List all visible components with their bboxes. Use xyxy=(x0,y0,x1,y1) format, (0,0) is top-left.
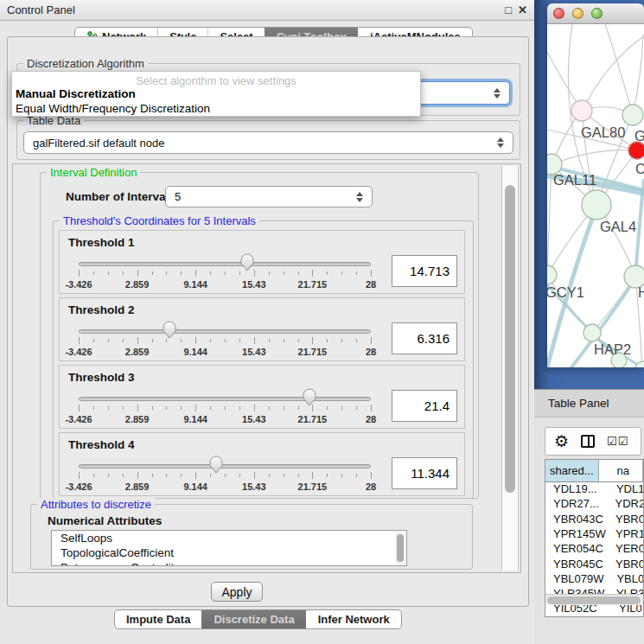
column-header-na[interactable]: na xyxy=(599,460,643,481)
network-node[interactable] xyxy=(635,361,644,367)
tick-label: 9.144 xyxy=(183,414,207,424)
threshold-panel-1: Threshold 1-3.4262.8599.14415.4321.71528… xyxy=(59,230,465,294)
network-canvas[interactable]: GAL80GACGAL11GAL4GCY1HHAP2 xyxy=(547,24,644,367)
node-label: GAL80 xyxy=(581,124,625,140)
tab-infer-network[interactable]: Infer Network xyxy=(306,610,401,628)
threshold-panel-3: Threshold 3-3.4262.8599.14415.4321.71528… xyxy=(59,365,465,429)
numerical-attributes-list[interactable]: SelfLoopsTopologicalCoefficientBetweenne… xyxy=(51,530,407,566)
node-label: GAL4 xyxy=(600,219,636,234)
threshold-panel-4: Threshold 4-3.4262.8599.14415.4321.71528… xyxy=(59,432,465,496)
control-panel: Control Panel □ ✕ NetworkStyleSelectCyni… xyxy=(0,0,534,644)
table-row[interactable]: YPR145WYPR1 xyxy=(545,527,643,542)
checkbox-icon[interactable]: ☑ xyxy=(607,435,618,448)
threshold-value-field[interactable]: 6.316 xyxy=(392,322,457,354)
close-icon[interactable]: ✕ xyxy=(518,4,527,16)
attribute-list-item[interactable]: BetweennessCentrality xyxy=(52,560,406,566)
tick-label: 2.859 xyxy=(125,279,150,290)
slider-track[interactable] xyxy=(79,262,371,266)
cell-shared-name: YBR045C xyxy=(545,558,610,572)
tick-label: 15.43 xyxy=(242,414,266,424)
checkbox-icon[interactable]: ☑ xyxy=(618,435,629,448)
threshold-slider[interactable]: -3.4262.8599.14415.4321.71528 xyxy=(79,456,371,495)
close-traffic-light-icon[interactable] xyxy=(553,8,564,19)
threshold-label: Threshold 2 xyxy=(68,303,135,316)
network-window-titlebar xyxy=(547,3,644,24)
number-of-intervals-label: Number of Intervals xyxy=(66,190,175,203)
tab-impute-data[interactable]: Impute Data xyxy=(115,610,201,628)
tick-label: -3.426 xyxy=(65,481,92,492)
tick-label: 28 xyxy=(366,414,376,424)
table-row[interactable]: YBL079WYBL0 xyxy=(545,572,643,587)
algorithm-option-manual-discretization[interactable]: Manual Discretization xyxy=(12,86,420,101)
network-node-c[interactable] xyxy=(628,142,644,159)
slider-track[interactable] xyxy=(79,464,371,469)
tick-label: 2.859 xyxy=(125,481,150,492)
slider-thumb[interactable] xyxy=(303,388,316,406)
threshold-slider[interactable]: -3.4262.8599.14415.4321.71528 xyxy=(79,321,371,360)
algorithm-prompt: Select algorithm to view settings xyxy=(12,72,420,86)
slider-thumb[interactable] xyxy=(240,253,254,271)
slider-thumb[interactable] xyxy=(163,321,176,339)
tick-label: 15.43 xyxy=(242,481,266,492)
threshold-label: Threshold 1 xyxy=(68,236,135,249)
gear-icon[interactable]: ⚙ xyxy=(554,433,569,450)
cell-shared-name: YBR043C xyxy=(545,513,610,527)
network-node-hap2[interactable] xyxy=(583,324,601,341)
threshold-value-field[interactable]: 21.4 xyxy=(392,390,457,422)
threshold-slider[interactable]: -3.4262.8599.14415.4321.71528 xyxy=(79,253,371,293)
attribute-list-item[interactable]: TopologicalCoefficient xyxy=(52,545,406,560)
threshold-slider[interactable]: -3.4262.8599.14415.4321.71528 xyxy=(79,388,371,428)
tick-label: 21.715 xyxy=(298,279,328,290)
column-header-shared-[interactable]: shared... xyxy=(545,460,599,481)
combo-arrows-icon xyxy=(356,192,363,202)
numerical-attributes-label: Numerical Attributes xyxy=(48,514,162,527)
split-panel-icon[interactable] xyxy=(581,435,595,448)
list-scrollbar[interactable] xyxy=(395,532,405,564)
network-edge[interactable] xyxy=(605,24,633,115)
apply-button[interactable]: Apply xyxy=(211,582,263,602)
table-data-combobox[interactable]: galFiltered.sif default node xyxy=(23,131,513,154)
tick-label: 28 xyxy=(366,347,376,357)
float-window-icon[interactable]: □ xyxy=(505,4,512,16)
tick-label: -3.426 xyxy=(65,279,92,290)
threshold-value-field[interactable]: 14.713 xyxy=(392,255,457,287)
attribute-list-item[interactable]: SelfLoops xyxy=(52,531,406,545)
node-label: GCY1 xyxy=(547,284,584,300)
number-of-intervals-combobox[interactable]: 5 xyxy=(165,186,373,207)
cell-shared-name: YBL079W xyxy=(545,572,611,587)
tick-label: 15.43 xyxy=(242,347,266,357)
slider-track[interactable] xyxy=(79,329,371,334)
horizontal-scrollbar[interactable] xyxy=(545,594,643,605)
tick-label: 15.43 xyxy=(242,279,266,290)
network-node-gal4[interactable] xyxy=(582,190,611,220)
thresholds-group-title: Threshold's Coordinates for 5 Intervals xyxy=(60,214,259,227)
tick-label: 21.715 xyxy=(298,481,328,492)
network-node-ga[interactable] xyxy=(622,105,643,125)
slider-track[interactable] xyxy=(79,397,371,401)
interval-definition-group: Interval Definition Number of Intervals … xyxy=(40,172,479,499)
algorithm-option-equal-width-frequency-discretization[interactable]: Equal Width/Frequency Discretization xyxy=(12,101,420,116)
tab-discretize-data[interactable]: Discretize Data xyxy=(201,610,305,628)
network-node-gal80[interactable] xyxy=(571,100,592,121)
table-row[interactable]: YBR045CYBR0 xyxy=(545,558,643,572)
table-row[interactable]: YBR043CYBR0 xyxy=(545,513,643,527)
threshold-value-field[interactable]: 11.344 xyxy=(392,457,457,489)
network-edge[interactable] xyxy=(552,150,637,164)
slider-thumb[interactable] xyxy=(209,456,223,474)
threshold-label: Threshold 4 xyxy=(68,438,135,451)
tick-label: 9.144 xyxy=(183,481,207,492)
network-node-gcy1[interactable] xyxy=(547,265,557,284)
tick-label: 28 xyxy=(366,279,376,290)
minimize-traffic-light-icon[interactable] xyxy=(572,8,583,19)
table-row[interactable]: YDL19...YDL1 xyxy=(545,482,643,497)
cyni-toolbox-panel: Discretization Algorithm Table Data galF… xyxy=(7,36,529,607)
cell-shared-name: YER054C xyxy=(545,542,610,557)
table-row[interactable]: YDR27...YDR2 xyxy=(545,497,643,512)
attributes-group: Attributes to discretize Numerical Attri… xyxy=(30,504,473,570)
table-row[interactable]: YER054CYER0 xyxy=(545,542,643,557)
network-edge[interactable] xyxy=(547,164,552,275)
zoom-traffic-light-icon[interactable] xyxy=(591,8,603,19)
network-edge[interactable] xyxy=(633,35,643,115)
vertical-scrollbar[interactable] xyxy=(501,166,519,571)
cell-shared-name: YDL19... xyxy=(545,482,611,497)
